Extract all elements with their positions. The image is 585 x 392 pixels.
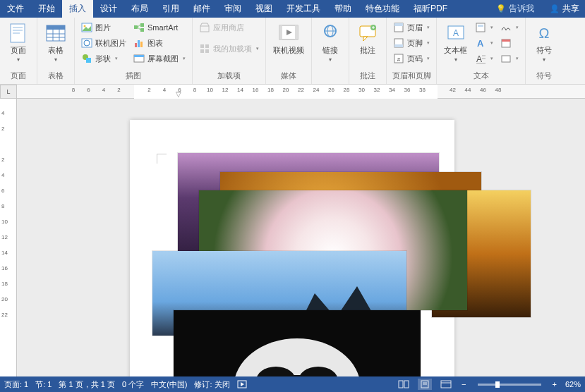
signature-button[interactable]: ▾ <box>498 20 521 35</box>
status-language[interactable]: 中文(中国) <box>151 379 187 390</box>
svg-point-11 <box>84 25 86 27</box>
status-track-changes[interactable]: 修订: 关闭 <box>194 379 229 390</box>
inserted-image[interactable] <box>174 310 421 376</box>
omega-icon: Ω <box>533 22 555 44</box>
group-text: A 文本框 ▾ ▾ A▾ A▾ ▾ ▾ 文本 <box>437 18 526 84</box>
tab-review[interactable]: 审阅 <box>217 0 248 18</box>
shapes-icon <box>81 53 92 64</box>
tab-home[interactable]: 开始 <box>31 0 62 18</box>
tab-view[interactable]: 视图 <box>248 0 279 18</box>
tab-insert[interactable]: 插入 <box>62 0 93 18</box>
ruler-tick: 4 <box>102 87 105 93</box>
svg-text:A: A <box>452 28 458 38</box>
comment-button[interactable]: 批注 <box>354 20 382 56</box>
svg-rect-46 <box>394 44 403 47</box>
tab-special[interactable]: 特色功能 <box>358 0 406 18</box>
smartart-button[interactable]: SmartArt <box>131 20 188 35</box>
ruler-tick: 2 <box>117 87 120 93</box>
svg-rect-21 <box>135 43 137 47</box>
tab-layout[interactable]: 布局 <box>124 0 155 18</box>
object-button[interactable]: ▾ <box>498 51 521 66</box>
vertical-ruler[interactable]: 42246810121416182022 <box>0 99 17 376</box>
ruler-tick: 24 <box>313 87 320 93</box>
links-button[interactable]: 链接 ▾ <box>316 20 344 64</box>
macro-icon[interactable] <box>237 380 247 388</box>
svg-text:#: # <box>397 56 401 63</box>
smartart-icon <box>133 22 145 33</box>
view-web-button[interactable] <box>439 379 453 390</box>
wordart-button[interactable]: A▾ <box>473 36 495 50</box>
textbox-button[interactable]: A 文本框 ▾ <box>441 20 470 64</box>
ruler-tick: 22 <box>298 87 304 93</box>
ruler-tick: 6 <box>1 188 4 194</box>
tab-developer[interactable]: 开发工具 <box>279 0 327 18</box>
online-video-button[interactable]: 联机视频 <box>270 20 307 56</box>
tab-mailings[interactable]: 邮件 <box>186 0 217 18</box>
ruler-tick: 34 <box>389 87 395 93</box>
tab-file[interactable]: 文件 <box>0 0 31 18</box>
status-words[interactable]: 0 个字 <box>122 379 144 390</box>
ruler-tick: 26 <box>328 87 334 93</box>
ruler-corner[interactable]: L <box>0 85 17 99</box>
ruler-tick: 12 <box>1 234 8 240</box>
store-icon <box>199 22 210 33</box>
ruler-tick: 22 <box>1 312 8 318</box>
my-addins-button[interactable]: 我的加载项▾ <box>197 42 261 56</box>
online-pictures-button[interactable]: 联机图片 <box>79 36 128 50</box>
svg-text:Ω: Ω <box>539 25 550 41</box>
tab-foxit-pdf[interactable]: 福昕PDF <box>406 0 454 18</box>
share-button[interactable]: 共享 <box>562 3 579 15</box>
svg-point-64 <box>234 338 361 376</box>
zoom-level[interactable]: 62% <box>565 380 581 388</box>
dropcap-button[interactable]: A▾ <box>473 51 495 66</box>
pictures-button[interactable]: 图片 <box>79 20 128 35</box>
tellme-input[interactable]: 告诉我 <box>509 3 534 15</box>
symbol-button[interactable]: Ω 符号 ▾ <box>530 20 558 64</box>
ruler-tick: 30 <box>358 87 365 93</box>
page-button[interactable]: 页面 ▾ <box>4 20 32 64</box>
screenshot-button[interactable]: 屏幕截图▾ <box>131 51 188 66</box>
group-table: 表格 ▾ 表格 <box>37 18 75 84</box>
ruler-tick: 16 <box>1 265 8 271</box>
shapes-button[interactable]: 形状▾ <box>79 51 128 66</box>
svg-rect-59 <box>502 39 510 42</box>
header-button[interactable]: 页眉▾ <box>391 20 432 35</box>
svg-rect-16 <box>134 25 138 29</box>
ruler-tick: 2 <box>147 87 150 93</box>
document-area[interactable] <box>17 99 585 376</box>
table-button[interactable]: 表格 ▾ <box>42 20 70 64</box>
footer-button[interactable]: 页脚▾ <box>391 36 432 50</box>
group-symbols-label: 符号 <box>526 69 562 84</box>
group-links-label <box>312 71 349 84</box>
view-print-button[interactable] <box>418 379 432 390</box>
svg-rect-15 <box>86 58 91 63</box>
tab-design[interactable]: 设计 <box>93 0 124 18</box>
zoom-slider[interactable] <box>478 384 541 386</box>
document-workspace: L 86422468101214161820222426283032343638… <box>0 85 585 376</box>
addins-icon <box>199 43 210 54</box>
status-section[interactable]: 节: 1 <box>35 379 52 390</box>
zoom-in-button[interactable]: + <box>551 380 558 388</box>
group-media-label: 媒体 <box>266 69 311 84</box>
ruler-tick: 36 <box>404 87 411 93</box>
zoom-out-button[interactable]: − <box>460 380 467 388</box>
svg-rect-60 <box>502 56 510 62</box>
tab-help[interactable]: 帮助 <box>327 0 358 18</box>
chart-button[interactable]: 图表 <box>131 36 188 50</box>
quickparts-button[interactable]: ▾ <box>473 20 495 35</box>
video-icon <box>277 22 300 44</box>
svg-rect-28 <box>205 44 209 48</box>
status-pages[interactable]: 第 1 页，共 1 页 <box>59 379 114 390</box>
page-number-button[interactable]: #页码▾ <box>391 51 432 66</box>
datetime-button[interactable] <box>498 36 521 50</box>
view-read-button[interactable] <box>397 379 411 390</box>
store-button[interactable]: 应用商店 <box>197 20 261 35</box>
indent-marker[interactable]: ▽ <box>176 90 181 98</box>
tab-references[interactable]: 引用 <box>155 0 186 18</box>
ruler-tick: 28 <box>344 87 350 93</box>
horizontal-ruler[interactable]: 8642246810121416182022242628303234363842… <box>17 85 585 99</box>
ruler-tick: 14 <box>1 250 8 256</box>
quickparts-icon <box>475 22 486 33</box>
ruler-tick: 8 <box>1 203 4 209</box>
status-page[interactable]: 页面: 1 <box>4 379 28 390</box>
